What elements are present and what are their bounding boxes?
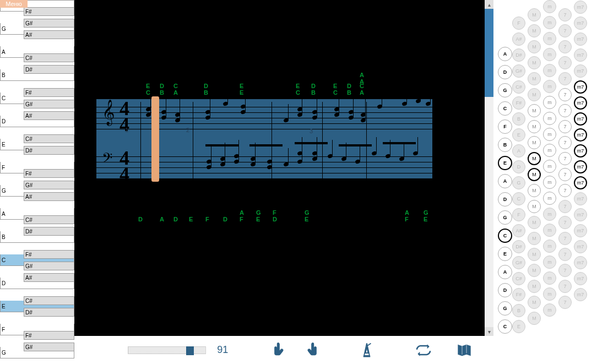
accordion-major-button[interactable]: M: [528, 232, 541, 245]
black-key[interactable]: G#: [24, 181, 74, 189]
accordion-seventh-button[interactable]: 7: [558, 280, 572, 293]
black-key[interactable]: A#: [24, 273, 74, 282]
accordion-major-button[interactable]: M: [528, 296, 541, 309]
accordion-minor-button[interactable]: m: [543, 0, 556, 13]
accordion-m7-button[interactable]: m7: [574, 17, 587, 30]
accordion-major-button[interactable]: M: [528, 88, 541, 101]
accordion-major-button[interactable]: M: [528, 200, 541, 213]
accordion-bass-button[interactable]: A: [498, 47, 512, 61]
accordion-counter-button[interactable]: A: [512, 144, 525, 157]
accordion-minor-button[interactable]: m: [543, 192, 556, 205]
accordion-counter-button[interactable]: F: [512, 17, 525, 30]
accordion-seventh-button[interactable]: 7: [558, 216, 572, 229]
menu-button[interactable]: Меню: [0, 0, 28, 8]
accordion-major-button[interactable]: M: [528, 248, 541, 261]
accordion-minor-button[interactable]: m: [543, 176, 556, 189]
accordion-seventh-button[interactable]: 7: [558, 296, 572, 309]
accordion-m7-button[interactable]: m7: [574, 208, 587, 221]
accordion-major-button[interactable]: M: [528, 40, 541, 53]
accordion-seventh-button[interactable]: 7: [558, 264, 572, 277]
accordion-seventh-button[interactable]: 7: [558, 232, 572, 245]
playback-cursor[interactable]: [151, 96, 159, 182]
accordion-counter-button[interactable]: G: [512, 176, 525, 189]
accordion-bass-button[interactable]: G: [498, 210, 512, 225]
accordion-seventh-button[interactable]: 7: [558, 24, 572, 37]
accordion-minor-button[interactable]: m: [543, 240, 556, 253]
accordion-major-button[interactable]: M: [528, 120, 541, 133]
accordion-minor-button[interactable]: m: [543, 271, 556, 285]
accordion-counter-button[interactable]: E: [512, 128, 525, 142]
map-icon[interactable]: [455, 340, 474, 360]
accordion-minor-button[interactable]: m: [543, 32, 556, 45]
black-key[interactable]: A#: [24, 192, 74, 201]
accordion-seventh-button[interactable]: 7: [558, 152, 572, 165]
accordion-counter-button[interactable]: A#: [512, 32, 525, 46]
accordion-m7-button[interactable]: m7: [574, 192, 587, 205]
accordion-bass-button[interactable]: D: [498, 283, 512, 297]
accordion-bass-button[interactable]: A: [498, 174, 512, 188]
black-key[interactable]: D#: [24, 308, 74, 317]
black-key[interactable]: A#: [24, 30, 74, 39]
black-key[interactable]: F#: [24, 7, 74, 16]
right-hand-icon[interactable]: [301, 340, 319, 360]
accordion-minor-button[interactable]: m: [543, 112, 556, 125]
accordion-counter-button[interactable]: C#: [512, 80, 525, 94]
accordion-minor-button[interactable]: m: [543, 96, 556, 109]
accordion-major-button[interactable]: M: [528, 152, 541, 165]
accordion-seventh-button[interactable]: 7: [558, 184, 572, 197]
accordion-bass-button[interactable]: C: [498, 101, 512, 116]
accordion-bass-button[interactable]: E: [498, 247, 512, 261]
accordion-seventh-button[interactable]: 7: [558, 200, 572, 213]
accordion-seventh-button[interactable]: 7: [558, 72, 572, 85]
accordion-counter-button[interactable]: C: [512, 192, 525, 205]
accordion-m7-button[interactable]: m7: [574, 96, 587, 110]
black-key[interactable]: C#: [24, 53, 74, 62]
black-key[interactable]: C#: [24, 134, 74, 143]
accordion-minor-button[interactable]: m: [543, 64, 556, 77]
black-key[interactable]: C#: [24, 296, 74, 305]
accordion-seventh-button[interactable]: 7: [558, 56, 572, 69]
accordion-m7-button[interactable]: m7: [574, 80, 587, 94]
accordion-m7-button[interactable]: m7: [574, 64, 587, 78]
black-key[interactable]: C#: [24, 215, 74, 224]
accordion-seventh-button[interactable]: 7: [558, 104, 572, 117]
accordion-bass-button[interactable]: F: [498, 119, 512, 134]
left-hand-icon[interactable]: [271, 340, 290, 360]
accordion-major-button[interactable]: M: [528, 24, 541, 37]
accordion-counter-button[interactable]: A#: [512, 224, 525, 237]
accordion-seventh-button[interactable]: 7: [558, 136, 572, 149]
black-key[interactable]: D#: [24, 227, 74, 236]
accordion-counter-button[interactable]: D#: [512, 48, 525, 62]
accordion-counter-button[interactable]: B: [512, 304, 525, 317]
accordion-counter-button[interactable]: C#: [512, 272, 525, 285]
accordion-minor-button[interactable]: m: [543, 128, 556, 141]
accordion-minor-button[interactable]: m: [543, 80, 556, 93]
accordion-bass-button[interactable]: G: [498, 301, 512, 316]
accordion-m7-button[interactable]: m7: [574, 48, 587, 62]
accordion-major-button[interactable]: M: [528, 8, 541, 21]
accordion-counter-button[interactable]: B: [512, 112, 525, 126]
accordion-major-button[interactable]: M: [528, 104, 541, 117]
accordion-minor-button[interactable]: m: [543, 16, 556, 29]
accordion-bass-button[interactable]: C: [498, 229, 512, 243]
accordion-m7-button[interactable]: m7: [574, 272, 587, 285]
accordion-seventh-button[interactable]: 7: [558, 168, 572, 181]
accordion-seventh-button[interactable]: 7: [558, 40, 572, 53]
black-key[interactable]: D#: [24, 65, 74, 74]
accordion-bass-button[interactable]: D: [498, 192, 512, 207]
score-area[interactable]: 𝄞 𝄢 44 44 1 2 3 ECDBCADBEEECDBECDBCAAA D…: [74, 0, 485, 336]
accordion-minor-button[interactable]: m: [543, 208, 556, 221]
accordion-counter-button[interactable]: E: [512, 320, 525, 333]
accordion-bass-button[interactable]: E: [498, 156, 512, 170]
accordion-minor-button[interactable]: m: [543, 160, 556, 173]
accordion-minor-button[interactable]: m: [543, 303, 556, 317]
accordion-m7-button[interactable]: m7: [574, 256, 587, 269]
accordion-major-button[interactable]: M: [528, 56, 541, 69]
black-key[interactable]: G#: [24, 343, 74, 351]
scroll-thumb[interactable]: [485, 9, 493, 97]
accordion-seventh-button[interactable]: 7: [558, 120, 572, 133]
scroll-up-icon[interactable]: ▴: [485, 0, 493, 9]
accordion-bass-button[interactable]: G: [498, 83, 512, 97]
accordion-major-button[interactable]: M: [528, 136, 541, 149]
accordion-major-button[interactable]: M: [528, 184, 541, 197]
